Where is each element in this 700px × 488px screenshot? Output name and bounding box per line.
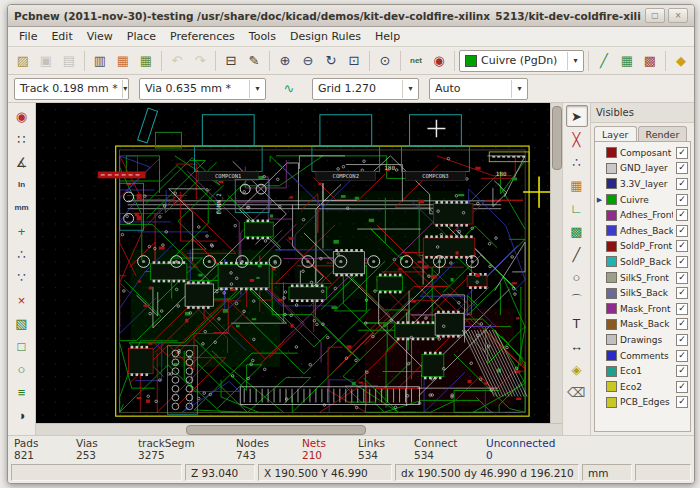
- layer-visibility-checkbox[interactable]: ✓: [676, 194, 688, 206]
- tab-layer[interactable]: Layer: [594, 126, 637, 141]
- layer-row-composant[interactable]: Composant✓: [595, 145, 690, 161]
- module-ratsnest-button[interactable]: ∵: [11, 266, 33, 288]
- layer-row-cuivre[interactable]: ▶Cuivre✓: [595, 192, 690, 208]
- tab-render[interactable]: Render: [638, 126, 688, 141]
- titlebar[interactable]: Pcbnew (2011-nov-30)-testing /usr/share/…: [8, 5, 694, 27]
- layer-visibility-checkbox[interactable]: ✓: [676, 147, 688, 159]
- horizontal-scrollbar[interactable]: [36, 423, 562, 435]
- layer-row-mask_front[interactable]: Mask_Front✓: [595, 301, 690, 317]
- chevron-down-icon[interactable]: ▾: [122, 80, 128, 98]
- auto-track-width-button[interactable]: ∿: [278, 78, 300, 100]
- layer-visibility-checkbox[interactable]: ✓: [676, 256, 688, 268]
- menu-edit[interactable]: Edit: [44, 29, 79, 44]
- zoom-out-button[interactable]: ⊖: [297, 50, 319, 72]
- layer-visibility-checkbox[interactable]: ✓: [676, 365, 688, 377]
- layer-visibility-checkbox[interactable]: ✓: [676, 272, 688, 284]
- layer-row-eco1[interactable]: Eco1✓: [595, 363, 690, 379]
- menu-preferences[interactable]: Preferences: [163, 29, 242, 44]
- units-mm-button[interactable]: mm: [11, 197, 33, 219]
- layer-visibility-checkbox[interactable]: ✓: [676, 287, 688, 299]
- print-board-button[interactable]: ⊟: [220, 50, 242, 72]
- layer-row-silks_front[interactable]: SilkS_Front✓: [595, 270, 690, 286]
- add-dimension-button[interactable]: ↔: [566, 335, 588, 357]
- layer-row-mask_back[interactable]: Mask_Back✓: [595, 317, 690, 333]
- vertical-scrollbar-thumb[interactable]: [552, 106, 562, 170]
- close-window-button[interactable]: ×: [668, 8, 688, 23]
- via-size-combo[interactable]: Via 0.635 mm * ▾: [139, 78, 266, 100]
- layer-row-eco2[interactable]: Eco2✓: [595, 379, 690, 395]
- pads-sketch-button[interactable]: □: [11, 335, 33, 357]
- layer-row-pcb_edges[interactable]: PCB_Edges✓: [595, 395, 690, 411]
- menu-design-rules[interactable]: Design Rules: [283, 29, 368, 44]
- restore-window-button[interactable]: ▢: [645, 8, 665, 23]
- layer-row-comments[interactable]: Comments✓: [595, 348, 690, 364]
- pcb-canvas[interactable]: COMPCON1COMPCON2COMPCON3CONN_2180180: [36, 103, 550, 423]
- layer-visibility-checkbox[interactable]: ✓: [676, 381, 688, 393]
- delete-item-button[interactable]: ⌫: [566, 381, 588, 403]
- microwave-tools-button[interactable]: ◆: [670, 50, 692, 72]
- layer-row-adhes_front[interactable]: Adhes_Front✓: [595, 207, 690, 223]
- vias-sketch-button[interactable]: ○: [11, 358, 33, 380]
- layer-visibility-checkbox[interactable]: ✓: [676, 225, 688, 237]
- add-zone-button[interactable]: ▩: [566, 220, 588, 242]
- chevron-down-icon[interactable]: ▾: [567, 52, 583, 70]
- layer-row-silks_back[interactable]: SilkS_Back✓: [595, 285, 690, 301]
- chevron-down-icon[interactable]: ▾: [511, 80, 527, 98]
- menu-file[interactable]: File: [12, 29, 44, 44]
- add-circle-button[interactable]: ○: [566, 266, 588, 288]
- chevron-down-icon[interactable]: ▾: [249, 80, 265, 98]
- cursor-shape-button[interactable]: +: [11, 220, 33, 242]
- find-item-button[interactable]: ⊙: [374, 50, 396, 72]
- menu-view[interactable]: View: [80, 29, 120, 44]
- add-line-button[interactable]: ╱: [566, 243, 588, 265]
- chevron-down-icon[interactable]: ▾: [402, 80, 418, 98]
- layer-visibility-checkbox[interactable]: ✓: [676, 318, 688, 330]
- auto-delete-track-button[interactable]: ×: [11, 289, 33, 311]
- zoom-in-button[interactable]: ⊕: [274, 50, 296, 72]
- menu-place[interactable]: Place: [120, 29, 163, 44]
- layer-visibility-checkbox[interactable]: ✓: [676, 240, 688, 252]
- polar-coords-button[interactable]: ∡: [11, 151, 33, 173]
- layer-row-soldp_front[interactable]: SoldP_Front✓: [595, 239, 690, 255]
- footprint-browser-button[interactable]: ▦: [135, 50, 157, 72]
- layer-row-gnd_layer[interactable]: GND_layer✓: [595, 161, 690, 177]
- vertical-scrollbar[interactable]: [550, 103, 562, 423]
- layer-visibility-checkbox[interactable]: ✓: [676, 350, 688, 362]
- layer-row-soldp_back[interactable]: SoldP_Back✓: [595, 254, 690, 270]
- add-footprint-button[interactable]: ▦: [566, 174, 588, 196]
- grid-size-combo[interactable]: Grid 1.270 ▾: [312, 78, 419, 100]
- plot-board-button[interactable]: ✎: [243, 50, 265, 72]
- layer-visibility-checkbox[interactable]: ✓: [676, 209, 688, 221]
- add-target-button[interactable]: ◈: [566, 358, 588, 380]
- zoom-fit-button[interactable]: ⊡: [343, 50, 365, 72]
- menu-help[interactable]: Help: [368, 29, 407, 44]
- add-track-button[interactable]: ∟: [566, 197, 588, 219]
- footprint-mode-button[interactable]: ▦: [616, 50, 638, 72]
- drc-enable-button[interactable]: ◉: [11, 105, 33, 127]
- ratsnest-visibility-button[interactable]: ∴: [11, 243, 33, 265]
- layer-visibility-checkbox[interactable]: ✓: [676, 334, 688, 346]
- menu-tools[interactable]: Tools: [242, 29, 283, 44]
- layer-row-drawings[interactable]: Drawings✓: [595, 332, 690, 348]
- tracks-sketch-button[interactable]: ≡: [11, 381, 33, 403]
- ratsnest-mode-button[interactable]: ▩: [639, 50, 661, 72]
- open-board-button[interactable]: ▨: [12, 50, 34, 72]
- layer-visibility-checkbox[interactable]: ✓: [676, 303, 688, 315]
- horizontal-scrollbar-thumb[interactable]: [186, 425, 366, 435]
- layer-selector-combo[interactable]: Cuivre (PgDn) ▾: [459, 50, 584, 72]
- layer-row-adhes_back[interactable]: Adhes_Back✓: [595, 223, 690, 239]
- layer-visibility-checkbox[interactable]: ✓: [676, 178, 688, 190]
- highlight-net-button[interactable]: ╳: [566, 128, 588, 150]
- read-netlist-button[interactable]: net: [405, 50, 427, 72]
- route-track-mode-button[interactable]: ╱: [593, 50, 615, 72]
- board-setup-button[interactable]: ▥: [89, 50, 111, 72]
- layer-visibility-checkbox[interactable]: ✓: [676, 396, 688, 408]
- layer-visibility-checkbox[interactable]: ✓: [676, 162, 688, 174]
- redraw-view-button[interactable]: ↻: [320, 50, 342, 72]
- add-text-button[interactable]: T: [566, 312, 588, 334]
- zones-display-button[interactable]: ▧: [11, 312, 33, 334]
- footprint-editor-button[interactable]: ▦: [112, 50, 134, 72]
- track-width-combo[interactable]: Track 0.198 mm * ▾: [14, 78, 129, 100]
- zoom-level-combo[interactable]: Auto ▾: [429, 78, 528, 100]
- select-tool-button[interactable]: ➤: [566, 105, 588, 127]
